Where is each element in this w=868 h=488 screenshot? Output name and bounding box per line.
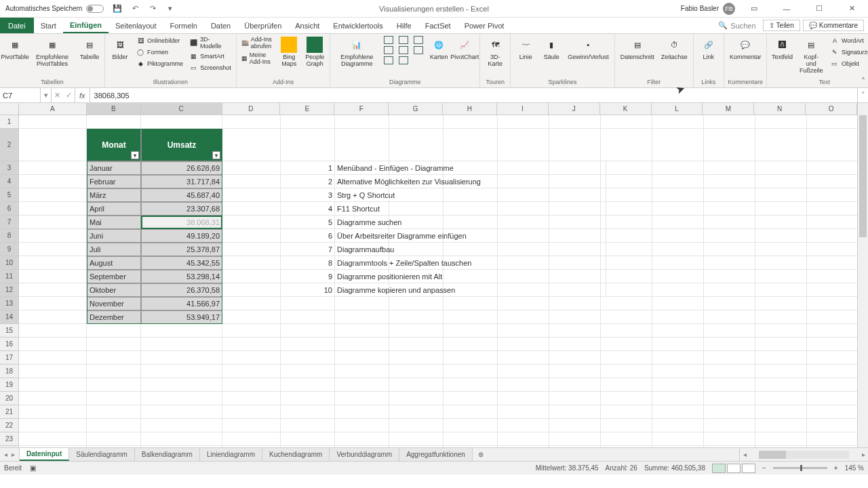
cell-O6[interactable] xyxy=(807,202,859,216)
cell-K11[interactable] xyxy=(601,270,652,283)
cell-O11[interactable] xyxy=(807,270,859,283)
sheet-tab-verbunddiagramm[interactable]: Verbunddiagramm xyxy=(330,448,399,461)
cell-M21[interactable] xyxy=(704,405,755,419)
row-header-22[interactable]: 22 xyxy=(0,419,18,432)
cell-E17[interactable] xyxy=(281,351,335,365)
cell-K22[interactable] xyxy=(601,419,652,432)
comment-button[interactable]: 💬Kommentar xyxy=(727,35,764,62)
cell-D2[interactable] xyxy=(222,129,281,161)
shapes-button[interactable]: ◯Formen xyxy=(134,47,185,58)
cell-F15[interactable] xyxy=(335,324,389,338)
note-text-4[interactable]: Alternative Möglichkeiten zur Visualisie… xyxy=(335,175,606,188)
insert-function-button[interactable]: fx xyxy=(75,88,90,102)
cell-K13[interactable] xyxy=(601,297,652,310)
table-cell-umsatz-9[interactable]: 25.378,87 xyxy=(141,243,222,256)
note-text-9[interactable]: Diagrammaufbau xyxy=(335,243,606,256)
tab-factset[interactable]: FactSet xyxy=(418,18,458,33)
table-cell-umsatz-5[interactable]: 45.687,40 xyxy=(141,188,222,202)
col-header-F[interactable]: F xyxy=(334,103,389,115)
zoom-out-icon[interactable]: − xyxy=(762,464,766,472)
cell-E15[interactable] xyxy=(281,324,335,338)
cell-L3[interactable] xyxy=(652,161,704,175)
undo-icon[interactable]: ↶ xyxy=(130,3,140,14)
cell-L4[interactable] xyxy=(652,175,704,188)
screenshot-button[interactable]: ▭Screenshot xyxy=(186,62,233,73)
cell-J18[interactable] xyxy=(549,365,601,378)
cell-M6[interactable] xyxy=(704,202,755,216)
cell-G22[interactable] xyxy=(389,419,443,432)
formula-input[interactable]: 38068,305 xyxy=(90,88,857,102)
qat-customize-icon[interactable]: ▾ xyxy=(165,3,176,14)
bing-maps-button[interactable]: Bing Maps xyxy=(277,35,301,69)
cell-O8[interactable] xyxy=(807,229,859,243)
table-cell-umsatz-14[interactable]: 53.949,17 xyxy=(141,310,222,324)
cell-N14[interactable] xyxy=(755,310,807,324)
note-text-8[interactable]: Über Arbeitsreiter Diagramme einfügen xyxy=(335,229,606,243)
cell-F23[interactable] xyxy=(335,432,389,446)
table-cell-umsatz-10[interactable]: 45.342,55 xyxy=(141,256,222,270)
object-button[interactable]: ▭Objekt xyxy=(828,58,868,69)
cell-L12[interactable] xyxy=(652,283,704,297)
spreadsheet-grid[interactable]: ABCDEFGHIJKLMNO 123456789101112131415161… xyxy=(0,103,868,447)
cell-F18[interactable] xyxy=(335,365,389,378)
cell-B19[interactable] xyxy=(87,378,141,392)
cell-F19[interactable] xyxy=(335,378,389,392)
cell-O18[interactable] xyxy=(807,365,859,378)
row-header-21[interactable]: 21 xyxy=(0,405,18,419)
table-button[interactable]: ▤Tabelle xyxy=(77,35,102,62)
cell-C21[interactable] xyxy=(141,405,222,419)
cell-M9[interactable] xyxy=(704,243,755,256)
col-header-M[interactable]: M xyxy=(703,103,754,115)
row-header-6[interactable]: 6 xyxy=(0,202,18,216)
cell-K5[interactable] xyxy=(601,188,652,202)
cell-G24[interactable] xyxy=(389,446,443,447)
cell-A11[interactable] xyxy=(19,270,87,283)
cell-F13[interactable] xyxy=(335,297,389,310)
note-text-10[interactable]: Diagrammtools + Zeile/Spalten tauschen xyxy=(335,256,606,270)
zoom-slider[interactable] xyxy=(773,467,827,469)
tab-entwicklertools[interactable]: Entwicklertools xyxy=(326,18,389,33)
vertical-scroll-thumb[interactable] xyxy=(859,115,867,237)
cell-G18[interactable] xyxy=(389,365,443,378)
col-header-E[interactable]: E xyxy=(280,103,334,115)
cell-N10[interactable] xyxy=(755,256,807,270)
cell-A2[interactable] xyxy=(19,129,87,161)
cell-J20[interactable] xyxy=(549,392,601,405)
cell-N15[interactable] xyxy=(755,324,807,338)
row-header-13[interactable]: 13 xyxy=(0,297,18,310)
cell-H14[interactable] xyxy=(443,310,498,324)
row-header-3[interactable]: 3 xyxy=(0,161,18,175)
cell-M19[interactable] xyxy=(704,378,755,392)
cell-N12[interactable] xyxy=(755,283,807,297)
cell-M8[interactable] xyxy=(704,229,755,243)
cell-B16[interactable] xyxy=(87,338,141,351)
cell-B17[interactable] xyxy=(87,351,141,365)
cell-I14[interactable] xyxy=(498,310,549,324)
cell-J22[interactable] xyxy=(549,419,601,432)
sparkline-column-button[interactable]: ▮Säule xyxy=(539,35,564,62)
cell-F1[interactable] xyxy=(335,115,389,129)
cell-K18[interactable] xyxy=(601,365,652,378)
slicer-button[interactable]: ▤Datenschnitt xyxy=(618,35,657,62)
cell-J15[interactable] xyxy=(549,324,601,338)
table-cell-monat-10[interactable]: August xyxy=(87,256,141,270)
cell-D8[interactable] xyxy=(222,229,281,243)
cell-D6[interactable] xyxy=(222,202,281,216)
table-cell-monat-7[interactable]: Mai xyxy=(87,216,141,229)
filter-dropdown-icon[interactable]: ▾ xyxy=(212,151,220,159)
note-num-11[interactable]: 9 xyxy=(281,270,335,283)
table-cell-monat-9[interactable]: Juli xyxy=(87,243,141,256)
cell-M18[interactable] xyxy=(704,365,755,378)
row-headers[interactable]: 123456789101112131415161718192021222324 xyxy=(0,115,19,447)
add-sheet-button[interactable]: ⊕ xyxy=(473,448,489,461)
cell-L6[interactable] xyxy=(652,202,704,216)
cancel-formula-icon[interactable]: ✕ xyxy=(54,91,60,100)
table-cell-umsatz-12[interactable]: 26.370,58 xyxy=(141,283,222,297)
cell-N2[interactable] xyxy=(755,129,807,161)
cell-J2[interactable] xyxy=(549,129,601,161)
cell-H20[interactable] xyxy=(443,392,498,405)
cell-D4[interactable] xyxy=(222,175,281,188)
cell-L1[interactable] xyxy=(652,115,704,129)
col-header-C[interactable]: C xyxy=(141,103,222,115)
sheet-tab-kuchendiagramm[interactable]: Kuchendiagramm xyxy=(262,448,330,461)
